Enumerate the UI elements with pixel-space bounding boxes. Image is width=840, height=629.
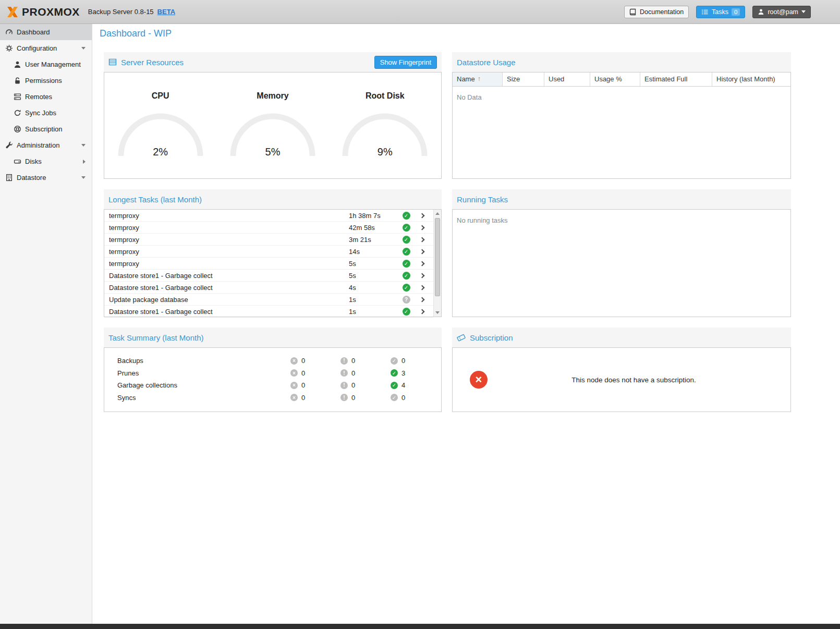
panel-title: Datastore Usage	[457, 58, 516, 67]
user-icon	[14, 61, 21, 68]
column-header-used[interactable]: Used	[544, 72, 590, 86]
column-header-size[interactable]: Size	[503, 72, 544, 86]
triangle-up-icon	[435, 212, 440, 215]
task-row[interactable]: termproxy14s ✓	[104, 246, 433, 258]
summary-row-garbage-collections: Garbage collections ×0 !0 ✓4	[104, 379, 441, 392]
vertical-scrollbar[interactable]	[433, 210, 441, 317]
error-count-icon: ×	[290, 357, 298, 365]
datastore-usage-panel: Datastore Usage Name ↑ Size Used Usage %…	[452, 52, 791, 179]
cpu-gauge: CPU 2%	[108, 91, 213, 158]
panel-title: Longest Tasks (last Month)	[108, 195, 202, 204]
chevron-right-icon	[419, 249, 424, 255]
task-row[interactable]: termproxy3m 21s ✓	[104, 234, 433, 246]
proxmox-logo: PROXMOX	[6, 6, 80, 18]
no-running-tasks-text: No running tasks	[453, 210, 790, 231]
collapse-caret-icon[interactable]	[81, 47, 86, 50]
show-fingerprint-button[interactable]: Show Fingerprint	[374, 56, 437, 69]
documentation-button[interactable]: Documentation	[624, 6, 689, 18]
bottom-edge	[0, 624, 840, 629]
ok-count-icon: ✓	[391, 394, 398, 401]
sidebar-item-permissions[interactable]: Permissions	[0, 72, 92, 89]
open-task-button[interactable]	[414, 225, 430, 229]
top-header: PROXMOX Backup Server 0.8-15 BETA Docume…	[0, 0, 840, 24]
error-count-icon: ×	[290, 394, 298, 401]
task-row[interactable]: Update package database1s ?	[104, 294, 433, 306]
warning-count-icon: !	[340, 382, 348, 389]
open-task-button[interactable]	[414, 309, 430, 313]
ok-count-icon: ✓	[391, 382, 398, 389]
tachometer-icon	[5, 28, 13, 36]
app-title: Backup Server 0.8-15	[88, 8, 154, 16]
gears-icon	[5, 44, 13, 52]
ok-status-icon: ✓	[403, 212, 410, 220]
running-tasks-panel: Running Tasks No running tasks	[452, 189, 791, 317]
sidebar-item-configuration[interactable]: Configuration	[0, 40, 92, 56]
tasks-button[interactable]: Tasks 0	[696, 6, 745, 18]
table-icon	[108, 58, 117, 66]
open-task-button[interactable]	[414, 273, 430, 277]
sidebar-item-dashboard[interactable]: Dashboard	[0, 24, 92, 40]
summary-row-syncs: Syncs ×0 !0 ✓0	[104, 392, 441, 404]
sidebar-item-subscription[interactable]: Subscription	[0, 121, 92, 137]
server-resources-panel: Server Resources Show Fingerprint CPU 2%	[104, 52, 442, 179]
wrench-icon	[5, 141, 13, 149]
column-header-estimated-full[interactable]: Estimated Full	[640, 72, 712, 86]
refresh-icon	[14, 109, 21, 117]
task-row[interactable]: Datastore store1 - Garbage collect5s ✓	[104, 270, 433, 282]
user-menu-button[interactable]: root@pam	[752, 6, 811, 18]
triangle-down-icon	[435, 311, 440, 314]
task-row[interactable]: termproxy5s ✓	[104, 258, 433, 270]
sidebar-item-datastore[interactable]: Datastore	[0, 170, 92, 186]
column-header-usage-pct[interactable]: Usage %	[590, 72, 640, 86]
sidebar-item-remotes[interactable]: Remotes	[0, 89, 92, 105]
scroll-up-button[interactable]	[434, 210, 441, 217]
longest-tasks-panel: Longest Tasks (last Month) termproxy1h 3…	[104, 189, 442, 317]
open-task-button[interactable]	[414, 249, 430, 253]
collapse-caret-icon[interactable]	[81, 176, 86, 179]
tasks-count-badge: 0	[732, 8, 740, 16]
scroll-down-button[interactable]	[434, 309, 441, 317]
task-row[interactable]: Datastore store1 - Garbage collect1s ✓	[104, 306, 433, 318]
task-row[interactable]: Datastore store1 - Garbage collect4s ✓	[104, 282, 433, 294]
sidebar-nav: Dashboard Configuration User Management …	[0, 24, 92, 624]
ticket-icon	[457, 333, 466, 342]
ok-status-icon: ✓	[403, 284, 410, 292]
sidebar-item-user-management[interactable]: User Management	[0, 56, 92, 72]
expand-caret-icon[interactable]	[83, 160, 86, 164]
panel-title: Task Summary (last Month)	[108, 333, 204, 342]
panel-title: Server Resources	[121, 58, 184, 67]
hdd-icon	[14, 158, 21, 165]
task-row[interactable]: termproxy42m 58s ✓	[104, 222, 433, 234]
ok-status-icon: ✓	[403, 236, 410, 244]
chevron-right-icon	[419, 309, 424, 314]
sidebar-item-administration[interactable]: Administration	[0, 137, 92, 153]
summary-row-backups: Backups ×0 !0 ✓0	[104, 355, 441, 367]
column-header-history[interactable]: History (last Month)	[712, 72, 790, 86]
chevron-right-icon	[419, 225, 424, 231]
ok-status-icon: ✓	[403, 260, 410, 268]
open-task-button[interactable]	[414, 285, 430, 289]
collapse-caret-icon[interactable]	[81, 144, 86, 147]
unknown-status-icon: ?	[403, 296, 410, 304]
root-disk-gauge: Root Disk 9%	[333, 91, 437, 158]
open-task-button[interactable]	[414, 297, 430, 301]
life-ring-icon	[14, 125, 21, 133]
column-header-name[interactable]: Name ↑	[453, 72, 503, 86]
summary-row-prunes: Prunes ×0 !0 ✓3	[104, 367, 441, 380]
ok-status-icon: ✓	[403, 272, 410, 280]
chevron-right-icon	[419, 261, 424, 267]
task-row[interactable]: termproxy1h 38m 7s ✓	[104, 210, 433, 222]
user-icon	[758, 8, 764, 15]
sort-ascending-icon: ↑	[478, 75, 481, 82]
scrollbar-thumb[interactable]	[435, 218, 440, 296]
open-task-button[interactable]	[414, 213, 430, 217]
page-title: Dashboard - WIP	[92, 24, 840, 40]
beta-link[interactable]: BETA	[157, 8, 175, 16]
open-task-button[interactable]	[414, 261, 430, 265]
error-count-icon: ×	[290, 382, 298, 389]
sidebar-item-disks[interactable]: Disks	[0, 153, 92, 170]
open-task-button[interactable]	[414, 237, 430, 241]
no-data-text: No Data	[453, 87, 790, 108]
sidebar-item-sync-jobs[interactable]: Sync Jobs	[0, 105, 92, 121]
chevron-right-icon	[419, 237, 424, 243]
